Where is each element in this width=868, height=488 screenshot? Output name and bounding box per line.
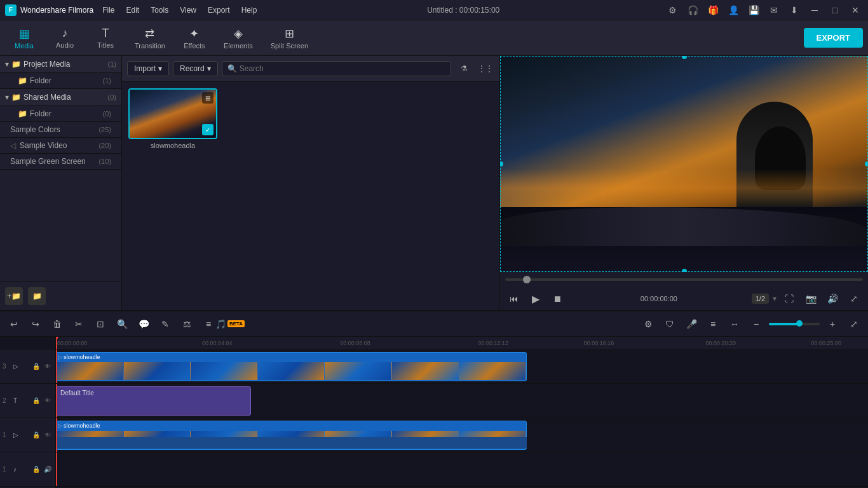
menu-view[interactable]: View [175, 4, 201, 16]
record-dropdown[interactable]: Record ▾ [173, 61, 218, 76]
balance-button[interactable]: ⚖ [178, 315, 196, 333]
lock-button[interactable]: 🔒 [31, 464, 41, 475]
track-2-lane[interactable]: Default Title [56, 384, 868, 418]
audio-track-lane[interactable] [56, 452, 868, 487]
shared-media-folder[interactable]: 📁 Folder (0) [0, 106, 121, 122]
scrubber-track[interactable] [505, 278, 863, 281]
toolbar-media[interactable]: ▦ Media [5, 24, 43, 52]
track-settings-button[interactable]: ⚙ [639, 315, 657, 333]
lock-button[interactable]: 🔒 [31, 396, 41, 406]
page-indicator[interactable]: 1/2 [752, 294, 769, 304]
preview-scrubber[interactable] [500, 272, 868, 287]
project-media-folder[interactable]: 📁 Folder (1) [0, 73, 121, 89]
toolbar-titles[interactable]: T Titles [86, 24, 125, 51]
export-button[interactable]: EXPORT [804, 28, 863, 48]
project-media-label: Project Media [24, 60, 105, 69]
chevron-down-icon[interactable]: ▾ [773, 294, 776, 303]
toolbar-split-screen[interactable]: ⊞ Split Screen [263, 24, 316, 52]
play-button[interactable]: ▶ [527, 290, 545, 308]
stop-button[interactable]: ⏹ [548, 290, 566, 308]
add-folder-button[interactable]: +📁 [5, 287, 23, 305]
track-3-lane[interactable]: ▷ slowmoheadle [56, 349, 868, 384]
toolbar-audio[interactable]: ♪ Audio [46, 24, 84, 51]
lock-button[interactable]: 🔒 [31, 362, 41, 372]
eye-button[interactable]: 👁 [43, 396, 53, 406]
zoom-track[interactable] [769, 323, 820, 325]
volume-icon[interactable]: 🔊 [43, 464, 53, 475]
eye-button[interactable]: 👁 [43, 362, 53, 372]
headphone-icon[interactable]: 🎧 [685, 3, 700, 18]
title-clip[interactable]: Default Title [56, 386, 251, 416]
comment-button[interactable]: 💬 [135, 315, 153, 333]
shield-button[interactable]: 🛡 [661, 315, 679, 333]
clip-label-track3: slowmoheadle [64, 354, 100, 360]
mail-icon[interactable]: ✉ [766, 3, 782, 18]
toolbar-elements[interactable]: ◈ Elements [216, 24, 261, 52]
sample-green-screen-item[interactable]: Sample Green Screen (10) [0, 154, 121, 170]
zoom-out-button[interactable]: − [747, 315, 765, 333]
fit-button[interactable]: ↔ [726, 315, 743, 333]
center-panel: Import ▾ Record ▾ 🔍 ⚗ ⋮⋮ ⊞ ✓ slowmohe [122, 56, 499, 310]
media-item-slowmoheadla[interactable]: ⊞ ✓ slowmoheadla [128, 88, 217, 149]
lock-button[interactable]: 🔒 [31, 430, 41, 440]
eye-button[interactable]: 👁 [43, 430, 53, 440]
mic-button[interactable]: 🎤 [682, 315, 700, 333]
filter-button[interactable]: ⚗ [455, 60, 473, 78]
snapshot-button[interactable]: 📷 [802, 290, 820, 308]
cut-button[interactable]: ✂ [70, 315, 88, 333]
redo-button[interactable]: ↪ [27, 315, 44, 333]
minimize-button[interactable]: ─ [807, 3, 822, 18]
search-input[interactable] [240, 64, 445, 73]
menu-edit[interactable]: Edit [121, 4, 145, 16]
effects-icon: ✦ [189, 27, 199, 41]
delete-button[interactable]: 🗑 [48, 315, 66, 333]
menu-tools[interactable]: Tools [146, 4, 173, 16]
maximize-button[interactable]: □ [827, 3, 843, 18]
zoom-thumb[interactable] [796, 320, 803, 327]
gift-icon[interactable]: 🎁 [705, 3, 721, 18]
fullscreen-preview-button[interactable]: ⛶ [780, 290, 798, 308]
toolbar-transition[interactable]: ⇄ Transition [127, 24, 173, 52]
settings-button[interactable]: ≡ [200, 315, 217, 333]
menu-help[interactable]: Help [236, 4, 262, 16]
media-icon: ▦ [19, 27, 30, 41]
timeline-content: 3 ▷ 🔒 👁 2 T 🔒 👁 1 ▷ [0, 337, 868, 488]
thumbnail[interactable]: ⊞ ✓ [128, 88, 217, 139]
project-media-header[interactable]: ▾ 📁 Project Media (1) [0, 56, 121, 73]
save-icon[interactable]: 💾 [746, 3, 761, 18]
ruler-mark-1: 00:00:04:04 [202, 340, 233, 346]
scrubber-thumb[interactable] [523, 276, 531, 283]
undo-button[interactable]: ↩ [5, 315, 23, 333]
volume-button[interactable]: 🔊 [824, 290, 841, 308]
zoom-in-button[interactable]: + [824, 315, 841, 333]
full-timeline-button[interactable]: ⤢ [845, 315, 863, 333]
toolbar-effects[interactable]: ✦ Effects [175, 24, 214, 52]
edit-button[interactable]: ✎ [156, 315, 174, 333]
download-icon[interactable]: ⬇ [787, 3, 802, 18]
ruler-mark-3: 00:00:12:12 [478, 340, 509, 346]
track-1-lane[interactable]: ▷ slowmoheadle [56, 418, 868, 452]
new-folder-button[interactable]: 📁 [28, 287, 46, 305]
shared-media-header[interactable]: ▾ 📁 Shared Media (0) [0, 89, 121, 106]
menu-file[interactable]: File [97, 4, 119, 16]
person-icon[interactable]: 👤 [726, 3, 741, 18]
sample-video-item[interactable]: ◁ Sample Video (20) [0, 138, 121, 154]
audio-button[interactable]: 🎵 BETA [221, 315, 239, 333]
shared-media-label: Shared Media [24, 93, 105, 102]
zoom-to-fit-button[interactable]: 🔍 [113, 315, 131, 333]
playhead-indicator [56, 337, 57, 349]
zoom-slider[interactable] [769, 323, 820, 325]
menu-export[interactable]: Export [203, 4, 235, 16]
video-clip-track3[interactable]: ▷ slowmoheadle [56, 352, 527, 381]
settings-icon[interactable]: ⚙ [665, 3, 680, 18]
shared-media-count: (0) [108, 93, 116, 101]
skip-back-button[interactable]: ⏮ [505, 290, 523, 308]
project-media-section: ▾ 📁 Project Media (1) 📁 Folder (1) [0, 56, 121, 89]
crop-button[interactable]: ⊡ [92, 315, 109, 333]
more-options-button[interactable]: ⋮⋮ [477, 60, 494, 78]
sample-colors-item[interactable]: Sample Colors (25) [0, 122, 121, 138]
close-button[interactable]: ✕ [848, 3, 863, 18]
expand-button[interactable]: ⤢ [845, 290, 863, 308]
import-dropdown[interactable]: Import ▾ [127, 61, 169, 76]
align-button[interactable]: ≡ [704, 315, 722, 333]
